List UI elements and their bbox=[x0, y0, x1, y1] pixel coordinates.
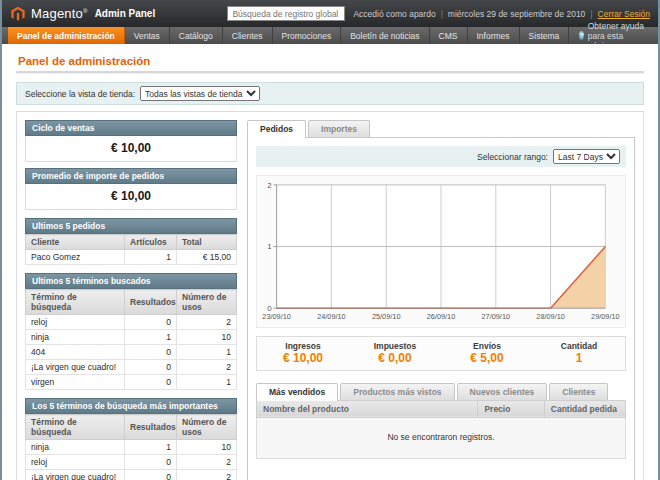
separator: | bbox=[441, 9, 443, 19]
x-tick-label: 25/09/10 bbox=[372, 312, 401, 321]
column-header: Cantidad pedida bbox=[544, 400, 625, 417]
range-label: Seleccionar rango: bbox=[477, 152, 548, 162]
top-search-terms-card: Los 5 términos de búsqueda más important… bbox=[25, 398, 237, 480]
table-cell: 1 bbox=[177, 375, 237, 390]
table-header-row: Término de búsqueda Resultados Número de… bbox=[26, 415, 237, 440]
header-bar: Magento® Admin Panel Accedió como apardo… bbox=[2, 0, 658, 27]
table-cell: 0 bbox=[125, 470, 177, 480]
total-value: 1 bbox=[533, 351, 625, 365]
tab-new-customers[interactable]: Nuevos clientes bbox=[457, 383, 548, 400]
column-header: Término de búsqueda bbox=[26, 415, 125, 440]
page-help-link[interactable]: ? Obtener ayuda para esta página bbox=[569, 27, 658, 44]
total-value: € 5,00 bbox=[441, 351, 533, 365]
total-revenue: Ingresos € 10,00 bbox=[257, 341, 349, 365]
logout-link[interactable]: Cerrar Sesión bbox=[598, 9, 650, 19]
card-title: Ciclo de ventas bbox=[25, 120, 237, 136]
column-header: Total bbox=[177, 235, 237, 250]
grid-tabs: Más vendidos Productos más vistos Nuevos… bbox=[256, 383, 626, 400]
table-cell: 10 bbox=[177, 440, 237, 455]
total-label: Envíos bbox=[441, 341, 533, 351]
tab-most-viewed[interactable]: Productos más vistos bbox=[340, 383, 454, 400]
lifetime-sales-value: € 10,00 bbox=[25, 136, 237, 162]
nav-item-promotions[interactable]: Promociones bbox=[273, 27, 342, 44]
tab-bestsellers[interactable]: Más vendidos bbox=[256, 383, 338, 401]
table-cell: 1 bbox=[125, 330, 177, 345]
table-row[interactable]: virgen 0 1 bbox=[26, 375, 237, 390]
table-cell: € 15,00 bbox=[177, 250, 237, 265]
global-search-input[interactable] bbox=[227, 6, 345, 21]
column-header: Resultados bbox=[125, 415, 177, 440]
total-tax: Impuestos € 0,00 bbox=[349, 341, 441, 365]
total-value: € 10,00 bbox=[257, 351, 349, 365]
brand-subtitle: Admin Panel bbox=[95, 8, 156, 19]
current-date: miércoles 29 de septiembre de 2010 bbox=[448, 9, 586, 19]
table-cell: virgen bbox=[26, 375, 125, 390]
nav-item-reports[interactable]: Informes bbox=[468, 27, 520, 44]
table-cell: 1 bbox=[125, 250, 177, 265]
last-search-terms-card: Ultimos 5 términos buscados Término de b… bbox=[25, 273, 237, 390]
logged-in-as: Accedió como apardo bbox=[353, 9, 435, 19]
dashboard-left-column: Ciclo de ventas € 10,00 Promedio de impo… bbox=[25, 120, 237, 480]
nav-item-newsletter[interactable]: Boletín de noticias bbox=[341, 27, 429, 44]
tab-amounts[interactable]: Importes bbox=[308, 120, 370, 137]
magento-admin-window: Magento® Admin Panel Accedió como apardo… bbox=[0, 0, 660, 480]
nav-item-system[interactable]: Sistema bbox=[520, 27, 570, 44]
dashboard-right-column: Pedidos Importes Seleccionar rango: Last… bbox=[247, 120, 635, 480]
nav-item-sales[interactable]: Ventas bbox=[125, 27, 170, 44]
title-divider bbox=[16, 71, 644, 74]
total-quantity: Cantidad 1 bbox=[533, 341, 625, 365]
table-cell: 1 bbox=[177, 345, 237, 360]
tab-customers[interactable]: Clientes bbox=[549, 383, 608, 400]
table-row[interactable]: reloj 0 2 bbox=[26, 455, 237, 470]
table-row[interactable]: ninja 1 10 bbox=[26, 440, 237, 455]
card-title: Los 5 términos de búsqueda más important… bbox=[25, 398, 237, 414]
x-tick-label: 29/09/10 bbox=[591, 312, 620, 321]
table-cell: ¡La virgen que cuadro! bbox=[26, 360, 125, 375]
table-cell: ninja bbox=[26, 440, 125, 455]
content-area: Panel de administración Seleccione la vi… bbox=[2, 44, 658, 480]
column-header: Artículos bbox=[125, 235, 177, 250]
table-cell: 0 bbox=[125, 455, 177, 470]
orders-chart: 01223/09/1024/09/1025/09/1026/09/1027/09… bbox=[256, 175, 626, 328]
table-header-row: Nombre del producto Precio Cantidad pedi… bbox=[257, 400, 626, 417]
table-cell: 2 bbox=[177, 315, 237, 330]
total-label: Cantidad bbox=[533, 341, 625, 351]
table-row[interactable]: reloj 0 2 bbox=[26, 315, 237, 330]
column-header: Término de búsqueda bbox=[26, 290, 125, 315]
nav-item-cms[interactable]: CMS bbox=[430, 27, 468, 44]
store-switcher-select[interactable]: Todas las vistas de tienda bbox=[140, 86, 260, 101]
table-cell: Paco Gomez bbox=[26, 250, 125, 265]
separator: | bbox=[590, 9, 592, 19]
table-cell: 0 bbox=[125, 345, 177, 360]
column-header: Nombre del producto bbox=[257, 400, 478, 417]
table-cell: 1 bbox=[125, 440, 177, 455]
table-row[interactable]: ninja 1 10 bbox=[26, 330, 237, 345]
question-globe-icon: ? bbox=[579, 31, 583, 40]
table-cell: 2 bbox=[177, 470, 237, 480]
orders-chart-svg: 01223/09/1024/09/1025/09/1026/09/1027/09… bbox=[259, 180, 623, 327]
table-row[interactable]: Paco Gomez 1 € 15,00 bbox=[26, 250, 237, 265]
table-cell: 404 bbox=[26, 345, 125, 360]
totals-bar: Ingresos € 10,00 Impuestos € 0,00 Envíos… bbox=[256, 336, 626, 371]
last-orders-card: Ultimos 5 pedidos Cliente Artículos Tota… bbox=[25, 218, 237, 265]
total-label: Impuestos bbox=[349, 341, 441, 351]
brand-name: Magento® bbox=[31, 6, 88, 21]
range-select[interactable]: Last 7 Days bbox=[553, 149, 620, 164]
table-header-row: Cliente Artículos Total bbox=[26, 235, 237, 250]
nav-item-catalog[interactable]: Catálogo bbox=[170, 27, 223, 44]
average-orders-value: € 10,00 bbox=[25, 184, 237, 210]
table-cell: 2 bbox=[177, 360, 237, 375]
card-title: Promedio de importe de pedidos bbox=[25, 168, 237, 184]
x-tick-label: 26/09/10 bbox=[427, 312, 456, 321]
tab-orders[interactable]: Pedidos bbox=[247, 120, 306, 138]
nav-item-customers[interactable]: Clientes bbox=[223, 27, 273, 44]
column-header: Número de usos bbox=[177, 415, 237, 440]
table-cell: ninja bbox=[26, 330, 125, 345]
table-row[interactable]: 404 0 1 bbox=[26, 345, 237, 360]
table-row[interactable]: ¡La virgen que cuadro! 0 2 bbox=[26, 360, 237, 375]
table-row[interactable]: ¡La virgen que cuadro! 0 2 bbox=[26, 470, 237, 480]
table-cell: reloj bbox=[26, 455, 125, 470]
nav-item-dashboard[interactable]: Panel de administración bbox=[8, 27, 125, 44]
table-cell: 0 bbox=[125, 315, 177, 330]
header-meta: Accedió como apardo | miércoles 29 de se… bbox=[353, 9, 650, 19]
